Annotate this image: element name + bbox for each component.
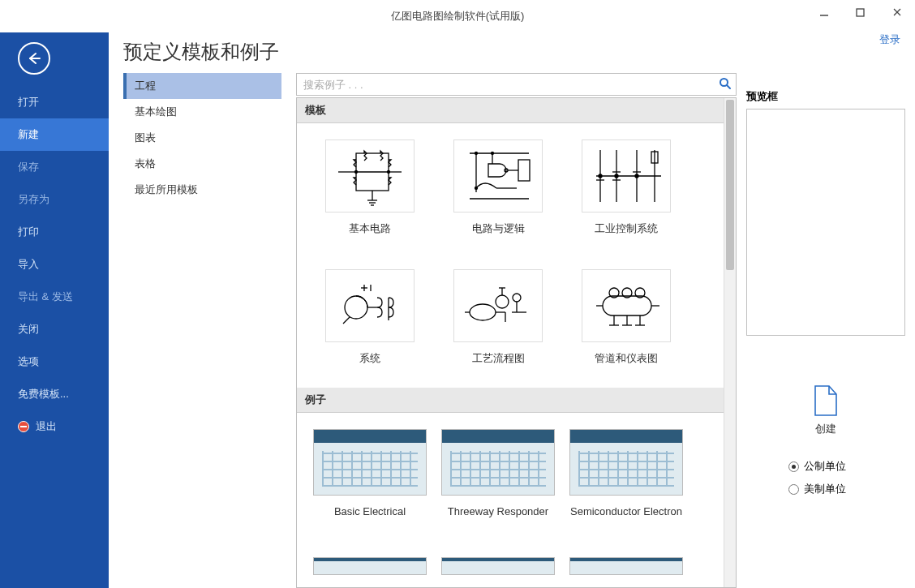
radio-imperial[interactable]: 美制单位 <box>788 482 846 496</box>
template-label: 管道和仪表图 <box>595 352 658 380</box>
example-label: Semiconductor Electron <box>570 505 682 533</box>
create-label: 创建 <box>815 422 836 436</box>
app-title: 亿图电路图绘制软件(试用版) <box>391 9 525 24</box>
titlebar: 亿图电路图绘制软件(试用版) <box>0 0 915 32</box>
template-card[interactable]: 工业控制系统 <box>569 139 683 250</box>
sidebar-item-saveas[interactable]: 另存为 <box>0 183 109 216</box>
preview-label: 预览框 <box>746 89 778 104</box>
templates-scroll: 模板 基本电路电路与逻辑工业控制系统系统工艺流程图管道和仪表图 例子 Basic… <box>296 97 737 588</box>
svg-point-27 <box>475 187 477 190</box>
preview-box <box>746 109 905 336</box>
sidebar-item-label: 另存为 <box>18 192 49 207</box>
radio-label: 公制单位 <box>804 459 846 474</box>
search-icon[interactable] <box>719 77 732 93</box>
category-item-chart[interactable]: 图表 <box>123 125 281 151</box>
example-thumb <box>441 557 555 575</box>
unit-radio-group: 公制单位 美制单位 <box>746 459 846 496</box>
sidebar-item-exit[interactable]: 退出 <box>0 410 109 443</box>
sidebar-item-label: 打印 <box>18 225 39 239</box>
category-item-basic[interactable]: 基本绘图 <box>123 99 281 125</box>
example-thumb <box>313 429 427 496</box>
sidebar-item-label: 保存 <box>18 160 39 174</box>
template-card[interactable]: 基本电路 <box>313 139 427 250</box>
template-label: 系统 <box>359 352 380 380</box>
example-card[interactable]: Threeway Responder <box>441 429 555 533</box>
template-card[interactable]: 电路与逻辑 <box>441 139 555 250</box>
template-card[interactable]: 系统 <box>313 269 427 380</box>
svg-rect-22 <box>518 160 530 181</box>
svg-rect-57 <box>603 296 651 315</box>
template-thumb <box>325 139 415 212</box>
category-item-recent[interactable]: 最近所用模板 <box>123 177 281 203</box>
sidebar-item-save[interactable]: 保存 <box>0 151 109 183</box>
back-button[interactable] <box>18 42 50 75</box>
template-thumb <box>453 139 543 212</box>
svg-line-6 <box>727 85 730 88</box>
minimize-button[interactable] <box>805 0 842 24</box>
sidebar-item-label: 退出 <box>36 419 57 434</box>
example-thumb <box>313 557 427 575</box>
svg-point-26 <box>491 152 493 155</box>
sidebar-item-label: 选项 <box>18 354 39 369</box>
login-link[interactable]: 登录 <box>879 32 900 47</box>
sidebar-item-label: 新建 <box>18 127 39 142</box>
section-templates-header: 模板 <box>297 98 724 123</box>
svg-point-48 <box>470 304 496 320</box>
right-panel: 预览框 创建 公制单位 美制单位 <box>737 32 915 588</box>
sidebar-item-label: 打开 <box>18 95 39 109</box>
example-card[interactable] <box>441 557 555 575</box>
category-item-eng[interactable]: 工程 <box>123 73 281 99</box>
sidebar-item-options[interactable]: 选项 <box>0 346 109 378</box>
example-card[interactable] <box>569 557 683 575</box>
sidebar-item-label: 导入 <box>18 257 39 272</box>
category-list: 工程基本绘图图表表格最近所用模板 <box>123 73 281 588</box>
example-label: Basic Electrical <box>334 505 406 533</box>
create-button[interactable]: 创建 <box>800 381 852 440</box>
svg-point-12 <box>387 171 389 174</box>
sidebar-item-label: 导出 & 发送 <box>18 290 73 304</box>
example-thumb <box>569 429 683 496</box>
template-label: 电路与逻辑 <box>472 222 525 250</box>
window-controls <box>805 0 915 24</box>
radio-icon <box>788 484 799 495</box>
svg-point-11 <box>354 171 357 174</box>
example-card[interactable] <box>313 557 427 575</box>
sidebar-item-open[interactable]: 打开 <box>0 86 109 118</box>
sidebar-item-print[interactable]: 打印 <box>0 216 109 248</box>
vertical-scrollbar[interactable] <box>724 98 736 587</box>
svg-line-47 <box>343 317 350 324</box>
section-examples-header: 例子 <box>297 388 724 413</box>
template-label: 工艺流程图 <box>472 352 525 380</box>
maximize-button[interactable] <box>842 0 878 24</box>
close-button[interactable] <box>878 0 915 24</box>
example-card[interactable]: Basic Electrical <box>313 429 427 533</box>
page-title: 预定义模板和例子 <box>123 39 737 65</box>
template-card[interactable]: 管道和仪表图 <box>569 269 683 380</box>
main: 打开新建保存另存为打印导入导出 & 发送关闭选项免费模板...退出 预定义模板和… <box>0 32 915 588</box>
template-label: 工业控制系统 <box>595 222 658 250</box>
radio-metric[interactable]: 公制单位 <box>788 459 846 474</box>
exit-icon <box>18 421 29 432</box>
template-thumb <box>582 139 671 212</box>
radio-label: 美制单位 <box>804 482 846 496</box>
sidebar-item-new[interactable]: 新建 <box>0 118 109 151</box>
category-item-table[interactable]: 表格 <box>123 151 281 177</box>
search-input[interactable] <box>296 73 737 96</box>
document-icon <box>813 384 839 417</box>
sidebar-item-export[interactable]: 导出 & 发送 <box>0 281 109 313</box>
radio-icon <box>788 461 799 472</box>
template-thumb <box>453 269 543 342</box>
example-thumb <box>441 429 555 496</box>
svg-point-25 <box>475 152 477 155</box>
example-label: Threeway Responder <box>448 505 548 533</box>
template-thumb <box>582 269 671 342</box>
sidebar-item-free[interactable]: 免费模板... <box>0 378 109 410</box>
sidebar-item-close[interactable]: 关闭 <box>0 313 109 346</box>
sidebar-item-import[interactable]: 导入 <box>0 248 109 281</box>
svg-point-50 <box>513 294 521 302</box>
example-card[interactable]: Semiconductor Electron <box>569 429 683 533</box>
template-card[interactable]: 工艺流程图 <box>441 269 555 380</box>
middle-pane: 预定义模板和例子 工程基本绘图图表表格最近所用模板 模板 基本电路电路与逻辑工业… <box>109 32 737 588</box>
sidebar: 打开新建保存另存为打印导入导出 & 发送关闭选项免费模板...退出 <box>0 32 109 588</box>
svg-rect-1 <box>857 9 864 16</box>
